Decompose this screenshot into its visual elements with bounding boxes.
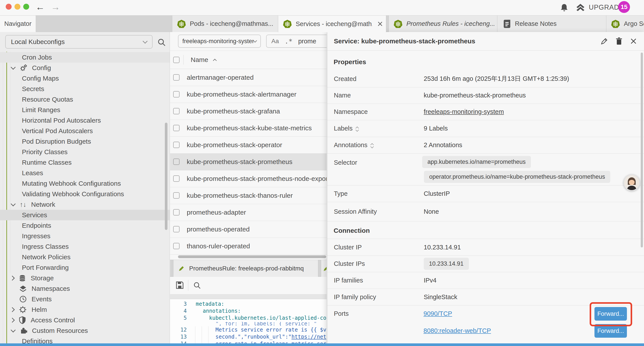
chevron-down-icon xyxy=(11,65,16,70)
notification-count-badge[interactable]: 15 xyxy=(618,1,630,13)
navigator-tab[interactable]: Navigator xyxy=(0,15,36,32)
namespace-link[interactable]: freeleaps-monitoring-system xyxy=(424,108,504,115)
table-row[interactable]: thanos-ruler-operated xyxy=(170,238,326,255)
table-row[interactable]: kube-prometheus-stack-prometheus-node-ex… xyxy=(170,170,326,187)
editor-tab-prometheusrule[interactable]: PrometheusRule: freeleaps-prod-rabbitmq xyxy=(173,260,318,277)
sidebar-group-storage[interactable]: Storage xyxy=(12,273,54,283)
kubernetes-icon xyxy=(611,19,620,28)
table-row[interactable]: prometheus-adapter xyxy=(170,204,326,221)
row-checkbox[interactable] xyxy=(173,159,180,165)
row-checkbox[interactable] xyxy=(173,192,180,199)
expand-sort-icon[interactable] xyxy=(356,126,358,131)
code-line: annotations: xyxy=(203,308,241,314)
sidebar-group-access-control[interactable]: Access Control xyxy=(12,315,75,326)
sidebar-item-port-forwarding[interactable]: Port Forwarding xyxy=(22,262,68,273)
sidebar-group-network[interactable]: ↑↓ Network xyxy=(12,199,55,210)
regex-toggle[interactable]: .* xyxy=(284,37,292,45)
table-row[interactable]: prometheus-operated xyxy=(170,221,326,238)
sidebar-item-leases[interactable]: Leases xyxy=(22,168,43,178)
sidebar-scrollbar[interactable] xyxy=(165,123,168,230)
upgrade-button[interactable]: UPGRADE xyxy=(575,2,624,13)
sidebar-item-network-policies[interactable]: Network Policies xyxy=(22,252,70,262)
sidebar-item-runtime-classes[interactable]: Runtime Classes xyxy=(22,157,72,168)
sidebar-item-ingresses[interactable]: Ingresses xyxy=(22,231,50,241)
back-button[interactable]: ← xyxy=(36,2,45,12)
row-checkbox[interactable] xyxy=(173,243,180,249)
table-row[interactable]: alertmanager-operated xyxy=(170,69,326,86)
close-panel-icon[interactable] xyxy=(630,38,637,45)
resource-search-input[interactable]: Aa .* prome xyxy=(266,34,326,48)
sidebar-item-events[interactable]: Events xyxy=(19,294,52,304)
expand-sort-icon[interactable] xyxy=(371,142,373,148)
table-row[interactable]: kube-prometheus-stack-operator xyxy=(170,136,326,153)
tab-services[interactable]: Services - icecheng@math... xyxy=(278,15,386,32)
sidebar-item-validating-webhook-configurations[interactable]: Validating Webhook Configurations xyxy=(22,189,124,199)
line-number: 4 xyxy=(170,308,187,314)
table-row[interactable]: kube-prometheus-stack-grafana xyxy=(170,103,326,120)
sort-ascending-icon[interactable] xyxy=(213,59,217,63)
save-icon[interactable] xyxy=(175,281,184,290)
editor-tab-partial[interactable] xyxy=(321,260,326,277)
sidebar-item-pod-disruption-budgets[interactable]: Pod Disruption Budgets xyxy=(22,136,91,147)
sidebar-item-horizontal-pod-autoscalers[interactable]: Horizontal Pod Autoscalers xyxy=(22,115,101,126)
sidebar-item-cron-jobs[interactable]: Cron Jobs xyxy=(22,52,52,63)
table-horizontal-scrollbar[interactable] xyxy=(178,255,326,258)
tab-label: Release Notes xyxy=(515,20,556,27)
sidebar-item-config-maps[interactable]: Config Maps xyxy=(22,73,59,84)
chevron-down-icon xyxy=(11,201,16,207)
tab-prometheus-rules[interactable]: Prometheus Rules - icecheng... xyxy=(389,15,498,32)
sidebar-item-vertical-pod-autoscalers[interactable]: Vertical Pod Autoscalers xyxy=(22,126,93,136)
column-header-name[interactable]: Name xyxy=(191,56,208,63)
layers-icon xyxy=(19,285,27,292)
sidebar-group-helm[interactable]: Helm xyxy=(12,304,47,315)
row-checkbox[interactable] xyxy=(173,91,180,97)
edit-pencil-icon[interactable] xyxy=(600,37,608,45)
sidebar-search-icon[interactable] xyxy=(157,38,166,47)
select-all-checkbox[interactable] xyxy=(173,57,180,63)
table-row-selected[interactable]: kube-prometheus-stack-prometheus xyxy=(170,153,326,170)
sidebar-item-services[interactable]: Services xyxy=(22,210,47,220)
sidebar-item-secrets[interactable]: Secrets xyxy=(22,84,44,94)
match-case-toggle[interactable]: Aa xyxy=(271,38,279,45)
sidebar-item-endpoints[interactable]: Endpoints xyxy=(22,220,51,231)
sidebar-group-custom-resources[interactable]: Custom Resources xyxy=(12,326,88,336)
sidebar-group-config[interactable]: Config xyxy=(12,63,51,73)
row-checkbox[interactable] xyxy=(173,209,180,216)
avatar[interactable] xyxy=(624,174,640,191)
detail-panel-scrollbar[interactable] xyxy=(641,52,643,248)
tab-release-notes[interactable]: Release Notes xyxy=(497,15,606,32)
row-checkbox[interactable] xyxy=(173,226,180,232)
sidebar-item-limit-ranges[interactable]: Limit Ranges xyxy=(22,105,60,115)
zoom-window-button[interactable] xyxy=(23,4,29,10)
row-checkbox[interactable] xyxy=(173,108,180,114)
table-row[interactable]: kube-prometheus-stack-kube-state-metrics xyxy=(170,120,326,137)
table-row[interactable]: kube-prometheus-stack-alertmanager xyxy=(170,86,326,103)
editor-search-icon[interactable] xyxy=(193,281,201,290)
table-row[interactable]: kube-prometheus-stack-thanos-ruler xyxy=(170,187,326,204)
minimize-window-button[interactable] xyxy=(14,4,20,10)
row-checkbox[interactable] xyxy=(173,175,180,182)
row-checkbox[interactable] xyxy=(173,125,180,131)
row-checkbox[interactable] xyxy=(173,142,180,148)
kubeconfig-selector[interactable]: Local Kubeconfigs xyxy=(5,35,152,49)
forward-button[interactable]: → xyxy=(51,2,60,12)
sidebar-item-mutating-webhook-configurations[interactable]: Mutating Webhook Configurations xyxy=(22,178,121,189)
delete-trash-icon[interactable] xyxy=(616,37,622,45)
sidebar-item-resource-quotas[interactable]: Resource Quotas xyxy=(22,94,73,105)
document-icon xyxy=(503,19,511,28)
close-window-button[interactable] xyxy=(6,4,12,10)
namespace-selector[interactable]: freeleaps-monitoring-system xyxy=(178,34,261,48)
port-link-8080[interactable]: 8080:reloader-web/TCP xyxy=(424,327,491,335)
sidebar-item-ingress-classes[interactable]: Ingress Classes xyxy=(22,241,68,252)
port-link-9090[interactable]: 9090/TCP xyxy=(424,310,452,317)
sidebar-item-namespaces[interactable]: Namespaces xyxy=(19,283,70,294)
window-bottom-accent xyxy=(0,343,644,346)
code-area[interactable]: 3 metadata: 4 annotations: 5 kubectl.kub… xyxy=(170,299,326,343)
tab-pods[interactable]: Pods - icecheng@mathmas... xyxy=(172,15,278,32)
close-tab-icon[interactable] xyxy=(377,21,383,27)
notifications-bell-icon[interactable] xyxy=(560,3,569,12)
row-checkbox[interactable] xyxy=(173,74,180,81)
sidebar-item-priority-classes[interactable]: Priority Classes xyxy=(22,147,68,157)
chevron-down-icon xyxy=(11,328,16,333)
tab-argo[interactable]: Argo Se xyxy=(606,15,644,32)
